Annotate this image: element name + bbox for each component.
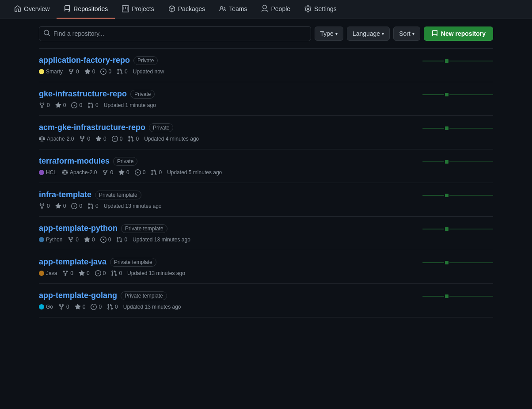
repo-issues: 0 bbox=[135, 169, 146, 176]
repo-language: Go bbox=[39, 304, 53, 310]
nav-item-settings-label: Settings bbox=[314, 5, 337, 12]
license-label: Apache-2.0 bbox=[47, 136, 74, 142]
repo-name-link[interactable]: terraform-modules bbox=[39, 157, 110, 166]
repo-info: infra-template Private template 0 0 0 0 … bbox=[39, 190, 415, 209]
repo-info: terraform-modules Private HCL Apache-2.0… bbox=[39, 157, 415, 176]
pr-icon bbox=[117, 69, 123, 75]
repo-name-link[interactable]: app-template-java bbox=[39, 257, 106, 267]
repo-prs: 0 bbox=[128, 136, 139, 142]
repo-item: app-template-golang Private template Go … bbox=[39, 283, 493, 317]
pr-icon bbox=[151, 169, 157, 176]
repo-name-link[interactable]: gke-infrastructure-repo bbox=[39, 89, 127, 99]
nav-item-projects-label: Projects bbox=[132, 5, 154, 12]
nav-bar: Overview Repositories Projects Packages … bbox=[0, 0, 532, 19]
teams-icon bbox=[219, 5, 226, 12]
lang-dot bbox=[39, 170, 44, 175]
nav-item-teams-label: Teams bbox=[229, 5, 247, 12]
repo-info: application-factory-repo Private Smarty … bbox=[39, 56, 415, 75]
repo-stars: 0 bbox=[55, 203, 66, 209]
activity-segment bbox=[422, 229, 444, 229]
repo-prs: 0 bbox=[111, 270, 122, 276]
activity-segment bbox=[449, 94, 493, 95]
repo-prs: 0 bbox=[116, 237, 127, 243]
repo-name-link[interactable]: app-template-golang bbox=[39, 291, 117, 300]
repo-prs: 0 bbox=[87, 102, 99, 108]
language-dropdown[interactable]: Language bbox=[347, 27, 390, 41]
nav-item-packages[interactable]: Packages bbox=[161, 0, 212, 19]
nav-item-people[interactable]: People bbox=[254, 0, 297, 19]
activity-segment bbox=[445, 261, 448, 264]
activity-segment bbox=[445, 194, 448, 197]
repo-item: terraform-modules Private HCL Apache-2.0… bbox=[39, 149, 493, 183]
repo-stars: 0 bbox=[84, 237, 95, 243]
repo-stars: 0 bbox=[79, 270, 90, 276]
activity-graph bbox=[422, 56, 493, 66]
activity-graph bbox=[422, 123, 493, 134]
activity-segment bbox=[422, 128, 444, 129]
repo-updated: Updated 1 minute ago bbox=[104, 102, 156, 108]
nav-item-repositories[interactable]: Repositories bbox=[57, 0, 115, 19]
issues-icon bbox=[71, 102, 77, 108]
repo-item: gke-infrastructure-repo Private 0 0 0 0 … bbox=[39, 82, 493, 115]
repo-language: HCL bbox=[39, 169, 57, 176]
repo-issues: 0 bbox=[112, 136, 123, 142]
home-icon bbox=[14, 5, 21, 12]
repo-updated: Updated 13 minutes ago bbox=[133, 237, 190, 243]
activity-segment bbox=[445, 126, 448, 130]
license-label: Apache-2.0 bbox=[70, 169, 97, 176]
star-icon bbox=[84, 69, 91, 75]
repo-updated: Updated 4 minutes ago bbox=[144, 136, 199, 142]
activity-segment bbox=[445, 59, 448, 63]
lang-label: Python bbox=[46, 237, 62, 243]
repo-stars: 0 bbox=[118, 169, 129, 176]
fork-icon bbox=[68, 69, 74, 75]
issues-icon bbox=[100, 237, 106, 243]
repo-forks: 0 bbox=[39, 102, 50, 108]
repo-language: Java bbox=[39, 270, 57, 276]
repo-name-row: acm-gke-infrastructure-repo Private bbox=[39, 123, 415, 132]
projects-icon bbox=[122, 5, 129, 12]
activity-segment bbox=[422, 262, 444, 263]
nav-item-projects[interactable]: Projects bbox=[115, 0, 161, 19]
star-icon bbox=[75, 304, 81, 310]
nav-item-packages-label: Packages bbox=[178, 5, 205, 12]
repo-meta: 0 0 0 0 Updated 13 minutes ago bbox=[39, 203, 415, 209]
repo-meta: Apache-2.0 0 0 0 0 Updated 4 minutes ago bbox=[39, 136, 415, 142]
repo-item: application-factory-repo Private Smarty … bbox=[39, 48, 493, 82]
activity-graph bbox=[422, 89, 493, 100]
lang-dot bbox=[39, 237, 44, 242]
repo-forks: 0 bbox=[102, 169, 113, 176]
repo-badge: Private template bbox=[110, 258, 156, 267]
repo-name-row: app-template-golang Private template bbox=[39, 291, 415, 300]
repo-badge: Private template bbox=[95, 191, 141, 199]
repo-forks: 0 bbox=[79, 136, 90, 142]
nav-item-overview[interactable]: Overview bbox=[7, 0, 57, 19]
search-input[interactable] bbox=[39, 26, 311, 41]
license-icon bbox=[62, 169, 68, 176]
pr-icon bbox=[128, 136, 134, 142]
activity-segment bbox=[445, 294, 448, 298]
repo-stars: 0 bbox=[95, 136, 106, 142]
issues-icon bbox=[91, 304, 97, 310]
new-repo-button[interactable]: New repository bbox=[424, 27, 493, 41]
nav-item-teams[interactable]: Teams bbox=[212, 0, 254, 19]
star-icon bbox=[95, 136, 102, 142]
lang-dot bbox=[39, 304, 44, 310]
nav-item-settings[interactable]: Settings bbox=[297, 0, 344, 19]
repo-updated: Updated 13 minutes ago bbox=[104, 203, 162, 209]
repo-name-link[interactable]: infra-template bbox=[39, 190, 91, 199]
repo-item: app-template-java Private template Java … bbox=[39, 250, 493, 283]
repo-info: gke-infrastructure-repo Private 0 0 0 0 … bbox=[39, 89, 415, 108]
repo-updated: Updated 13 minutes ago bbox=[123, 304, 181, 310]
repo-language: Python bbox=[39, 237, 62, 243]
fork-icon bbox=[58, 304, 65, 310]
repo-license: Apache-2.0 bbox=[39, 136, 74, 142]
pr-icon bbox=[107, 304, 113, 310]
sort-dropdown[interactable]: Sort bbox=[393, 27, 420, 41]
repo-name-link[interactable]: app-template-python bbox=[39, 224, 118, 233]
repo-name-link[interactable]: application-factory-repo bbox=[39, 56, 130, 65]
type-dropdown[interactable]: Type bbox=[315, 27, 343, 41]
activity-graph bbox=[422, 190, 493, 201]
repo-name-row: app-template-python Private template bbox=[39, 224, 415, 233]
repo-name-link[interactable]: acm-gke-infrastructure-repo bbox=[39, 123, 145, 132]
